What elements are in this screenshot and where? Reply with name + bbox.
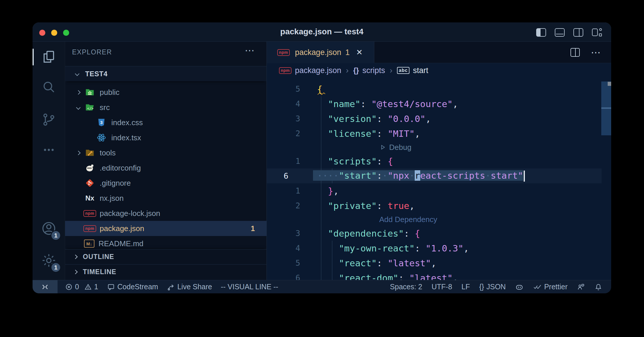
comment-icon: [107, 283, 115, 291]
npm-icon: npm: [84, 207, 96, 219]
vscode-window: package.json — test4: [33, 22, 611, 293]
notifications-status[interactable]: [594, 283, 602, 291]
git-icon: [84, 177, 96, 189]
tree-item-gitignore[interactable]: .gitignore: [65, 175, 266, 191]
indentation-status[interactable]: Spaces: 2: [390, 283, 422, 291]
more-views-icon[interactable]: [33, 135, 65, 165]
code-line[interactable]: 2 "license": "MIT",: [267, 126, 602, 141]
code-line[interactable]: 1 },: [267, 183, 602, 198]
project-name: TEST4: [85, 70, 108, 78]
codestream-status[interactable]: CodeStream: [107, 283, 158, 291]
tree-item-package-lock[interactable]: npm package-lock.json: [65, 206, 266, 221]
chevron-right-icon: [73, 270, 78, 274]
tree-item-index-tsx[interactable]: index.tsx: [65, 130, 266, 145]
tree-item-index-css[interactable]: 3 index.css: [65, 115, 266, 130]
editor-group: npm package.json 1 ✕ ⋯ npm package.json …: [267, 42, 611, 280]
warning-icon: [84, 283, 92, 291]
toggle-panel-icon[interactable]: [555, 28, 565, 37]
split-editor-icon[interactable]: [570, 48, 580, 57]
sidebar-title: EXPLORER: [72, 48, 112, 56]
eol-status[interactable]: LF: [461, 283, 470, 291]
folder-tools-icon: [84, 147, 96, 159]
editorconfig-icon: [84, 162, 96, 174]
feedback-status[interactable]: [577, 283, 585, 291]
chevron-right-icon: [76, 150, 81, 155]
language-mode-status[interactable]: {} JSON: [479, 283, 506, 291]
tab-package-json[interactable]: npm package.json 1 ✕: [267, 42, 374, 63]
settings-gear-icon[interactable]: 1: [33, 245, 65, 276]
error-icon: [65, 283, 73, 291]
play-icon: [379, 144, 386, 151]
explorer-sidebar: EXPLORER ⋯ TEST4 public: [65, 42, 267, 280]
scrollbar-thumb[interactable]: [601, 81, 611, 135]
timeline-section-header[interactable]: TIMELINE: [65, 264, 266, 279]
tree-item-nx-json[interactable]: Nx nx.json: [65, 191, 266, 206]
problems-status[interactable]: 0 1: [65, 283, 98, 291]
codelens-add-dependency[interactable]: Add Dependency: [267, 213, 602, 226]
project-root-row[interactable]: TEST4: [65, 66, 266, 81]
editor-more-actions-icon[interactable]: ⋯: [591, 47, 601, 58]
code-line[interactable]: 3 "dependencies": {: [267, 226, 602, 241]
folder-src-icon: </>: [84, 102, 96, 113]
chevron-down-icon: [75, 72, 80, 76]
settings-badge: 1: [51, 262, 61, 273]
block-cursor: r: [415, 170, 420, 181]
vim-mode-indicator[interactable]: -- VISUAL LINE --: [221, 283, 278, 291]
remote-indicator[interactable]: [33, 280, 58, 293]
file-tree: public </> src 3 index.css: [65, 85, 266, 249]
abc-string-icon: abc: [397, 67, 409, 74]
accounts-icon[interactable]: 1: [33, 213, 65, 244]
braces-icon: {}: [479, 283, 484, 291]
explorer-icon[interactable]: [33, 42, 65, 72]
code-line[interactable]: 2 "private": true,: [267, 198, 602, 213]
code-line[interactable]: 4 "my-own-react": "1.0.3",: [267, 241, 602, 256]
code-editor[interactable]: 5 { 4 "name": "@test4/source", 3 "versio…: [267, 78, 602, 280]
visual-line-selection: ····"start":·"npx·react-scripts·start": [317, 170, 523, 181]
warning-overview-mark: [608, 82, 611, 86]
person-feedback-icon: [577, 283, 585, 291]
close-tab-icon[interactable]: ✕: [356, 48, 363, 57]
npm-icon: npm: [277, 49, 290, 56]
tree-item-readme[interactable]: M↓ README.md: [65, 236, 266, 249]
code-line[interactable]: 3 "version": "0.0.0",: [267, 111, 602, 126]
sidebar-more-actions-icon[interactable]: ⋯: [245, 45, 255, 56]
bell-icon: [594, 283, 602, 291]
source-control-icon[interactable]: [33, 104, 65, 135]
copilot-status[interactable]: [515, 283, 524, 291]
customize-layout-icon[interactable]: [592, 28, 602, 37]
window-title: package.json — test4: [33, 22, 611, 42]
code-line[interactable]: 6 "react-dom": "latest",: [267, 270, 602, 280]
breadcrumb-leaf[interactable]: start: [413, 66, 428, 75]
tree-item-tools[interactable]: tools: [65, 145, 266, 160]
breadcrumb-separator: ›: [346, 66, 348, 75]
scrollbar-track[interactable]: [601, 78, 611, 280]
code-line-current[interactable]: 6 ····"start":·"npx·react-scripts·start": [267, 168, 602, 183]
selection-overview-mark: [601, 107, 611, 109]
prettier-status[interactable]: Prettier: [533, 283, 568, 291]
folder-public-icon: [84, 86, 96, 98]
tree-item-public[interactable]: public: [65, 85, 266, 100]
toggle-primary-sidebar-icon[interactable]: [536, 28, 546, 37]
activity-bar: 1 1: [33, 42, 65, 280]
npm-icon: npm: [84, 223, 96, 234]
tree-item-src[interactable]: </> src: [65, 100, 266, 115]
tree-item-package-json[interactable]: npm package.json 1: [65, 221, 266, 236]
code-line[interactable]: 5 {: [267, 81, 602, 96]
breadcrumb-separator: ›: [390, 66, 392, 75]
accounts-badge: 1: [51, 230, 61, 241]
liveshare-status[interactable]: Live Share: [167, 283, 212, 291]
search-icon[interactable]: [33, 72, 65, 102]
code-line[interactable]: 4 "name": "@test4/source",: [267, 96, 602, 111]
toggle-secondary-sidebar-icon[interactable]: [573, 28, 583, 37]
tab-label: package.json: [295, 48, 341, 57]
chevron-right-icon: [76, 90, 81, 95]
code-line[interactable]: 1 "scripts": {: [267, 154, 602, 168]
breadcrumb-file[interactable]: package.json: [295, 66, 341, 75]
breadcrumb-node[interactable]: scripts: [362, 66, 385, 75]
codelens-debug[interactable]: Debug: [267, 141, 602, 154]
title-bar: package.json — test4: [33, 22, 611, 42]
outline-section-header[interactable]: OUTLINE: [65, 249, 266, 264]
encoding-status[interactable]: UTF-8: [432, 283, 452, 291]
tree-item-editorconfig[interactable]: .editorconfig: [65, 160, 266, 175]
code-line[interactable]: 5 "react": "latest",: [267, 256, 602, 270]
